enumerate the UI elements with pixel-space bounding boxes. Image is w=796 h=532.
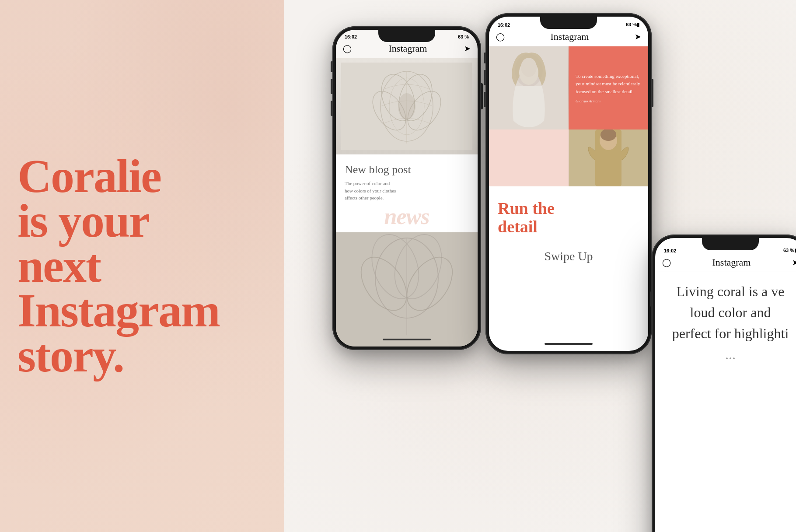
right-panel: 16:02 63 % ◯ Instagram ➤ [284,0,796,532]
story-instagram-header: ◯ Instagram ➤ [489,28,648,46]
phone-btn-volume1 [331,79,332,94]
blog-text-section: New blog post The power of color andhow … [336,154,478,232]
left-panel: Coralie is your next Instagram story. [0,0,284,532]
phone-story-btn-mute [484,52,485,63]
woman-photo [489,46,569,130]
phone-coral-notch [702,238,759,250]
run-the-detail: Run the detail [489,186,648,241]
svg-point-8 [398,93,415,119]
instagram-title: Instagram [389,43,427,54]
blog-flower-top-image [336,58,478,154]
story-send-icon: ➤ [635,32,641,42]
story-camera-icon: ◯ [496,32,505,42]
fashion-photo-svg [569,130,648,186]
headline-text: Coralie is your next Instagram story. [17,154,220,378]
blog-subtitle: The power of color andhow colors of your… [345,180,469,202]
living-coral-text: Living coral is a ve loud color and perf… [655,272,796,374]
story-fashion-photo [569,130,648,186]
story-pink-box [489,130,569,186]
phone-coral-screen: 16:02 63 %▮ ◯ Instagram ➤ Living coral i… [655,238,796,532]
instagram-header: ◯ Instagram ➤ [336,39,478,58]
story-status-time: 16:02 [498,22,510,28]
story-content: 16:02 63 %▮ ◯ Instagram ➤ [489,17,648,351]
coral-send-icon: ➤ [792,258,796,267]
coral-camera-icon: ◯ [662,258,671,267]
send-icon: ➤ [464,44,471,53]
coral-status-battery: 63 %▮ [783,248,796,253]
phone-story: 16:02 63 %▮ ◯ Instagram ➤ [485,13,652,354]
headline-line2: is your [17,199,220,244]
story-home-bar [545,343,593,345]
phone-story-btn-vol1 [484,70,485,85]
woman-photo-svg [489,46,569,130]
status-time: 16:02 [345,34,357,39]
story-grid: To create something exceptional, your mi… [489,46,648,186]
phone-notch [378,30,435,42]
headline-block: Coralie is your next Instagram story. [17,154,220,378]
coral-instagram-title: Instagram [712,257,751,268]
phone-btn-volume2 [331,101,332,116]
blog-news-word: news [345,205,469,228]
phone-btn-mute [331,61,332,72]
headline-line4: Instagram [17,288,220,333]
flower-svg-top [341,63,472,150]
story-quote-author: Giorgio Armani [576,99,641,103]
phone-blog: 16:02 63 % ◯ Instagram ➤ [332,26,481,350]
phone-blog-screen: 16:02 63 % ◯ Instagram ➤ [336,30,478,346]
story-quote-text: To create something exceptional, your mi… [576,73,641,96]
flower-svg-bottom [336,232,478,347]
coral-status-time: 16:02 [664,248,676,253]
swipe-up-text: Swipe Up [498,249,639,263]
story-instagram-title: Instagram [551,31,589,42]
coral-instagram-header: ◯ Instagram ➤ [655,253,796,272]
swipe-up-area: Swipe Up [489,241,648,351]
phone-story-btn-vol2 [484,92,485,107]
story-quote-box: To create something exceptional, your mi… [569,46,648,130]
phone-story-screen: 16:02 63 %▮ ◯ Instagram ➤ [489,17,648,351]
headline-line3: next [17,244,220,289]
story-status-battery: 63 %▮ [626,22,639,28]
svg-point-19 [521,58,537,77]
phone-story-notch [540,17,597,29]
phone-coral-btn-vol1 [650,291,652,307]
run-detail-line1: Run the [498,199,555,217]
blog-content: 16:02 63 % ◯ Instagram ➤ [336,30,478,346]
blog-script-title: New blog post [345,163,469,176]
run-detail-line2: detail [498,217,538,236]
phone-btn-power [481,83,483,109]
home-bar [383,339,431,340]
headline-line5: story. [17,333,220,378]
living-coral-content: 16:02 63 %▮ ◯ Instagram ➤ Living coral i… [655,238,796,532]
headline-line1: Coralie [17,154,220,199]
status-battery: 63 % [458,34,469,39]
run-detail-text: Run the detail [498,200,639,236]
camera-icon: ◯ [343,44,352,53]
blog-flower-bottom-image [336,232,478,347]
phone-coral: 16:02 63 %▮ ◯ Instagram ➤ Living coral i… [652,234,796,532]
phone-story-btn-power [652,79,653,107]
